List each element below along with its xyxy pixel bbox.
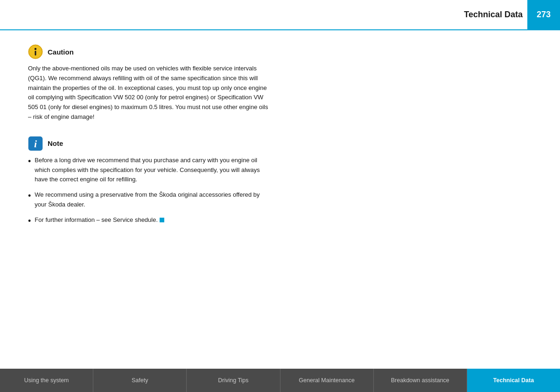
nav-item-driving-tips[interactable]: Driving Tips <box>187 369 280 392</box>
note-item-2-text: We recommend using a preservative from t… <box>35 190 271 210</box>
note-items: • Before a long drive we recommend that … <box>28 156 271 228</box>
bullet-2: • <box>28 189 31 203</box>
svg-point-1 <box>35 48 36 50</box>
nav-item-using-system[interactable]: Using the system <box>0 369 93 392</box>
note-item-2: • We recommend using a preservative from… <box>28 190 271 210</box>
bottom-nav: Using the system Safety Driving Tips Gen… <box>0 369 560 392</box>
nav-item-safety[interactable]: Safety <box>93 369 187 392</box>
note-item-1: • Before a long drive we recommend that … <box>28 156 271 185</box>
svg-rect-2 <box>35 51 36 55</box>
caution-title: Caution <box>48 48 74 56</box>
nav-item-breakdown[interactable]: Breakdown assistance <box>374 369 467 392</box>
end-marker <box>160 218 164 222</box>
bullet-1: • <box>28 155 31 168</box>
caution-icon <box>28 44 43 59</box>
nav-item-general-maintenance[interactable]: General Maintenance <box>280 369 374 392</box>
svg-text:i: i <box>34 138 37 150</box>
note-item-3: • For further information – see Service … <box>28 215 271 228</box>
bullet-3: • <box>28 214 31 228</box>
note-block: i Note • Before a long drive we recommen… <box>28 136 532 228</box>
nav-item-technical-data[interactable]: Technical Data <box>467 369 560 392</box>
note-item-1-text: Before a long drive we recommend that yo… <box>35 156 271 185</box>
note-icon: i <box>28 136 43 151</box>
caution-block: Caution Only the above-mentioned oils ma… <box>28 44 532 122</box>
note-item-3-text: For further information – see Service sh… <box>35 215 164 225</box>
note-header: i Note <box>28 136 532 151</box>
note-title: Note <box>48 139 63 147</box>
main-content: Caution Only the above-mentioned oils ma… <box>28 30 532 362</box>
header-section-title: Technical Data <box>464 10 527 20</box>
caution-header: Caution <box>28 44 532 59</box>
page-header: Technical Data 273 <box>0 0 560 30</box>
page-number-badge: 273 <box>527 0 560 30</box>
caution-text: Only the above-mentioned oils may be use… <box>28 64 271 122</box>
